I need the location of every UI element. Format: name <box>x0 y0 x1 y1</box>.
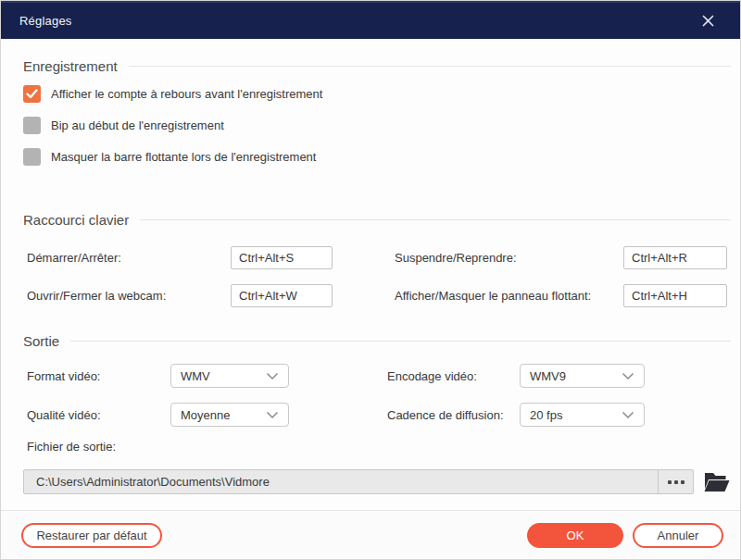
chevron-down-icon <box>622 372 634 380</box>
start-stop-label: Démarrer/Arrêter: <box>27 251 231 265</box>
video-encoder-dropdown[interactable]: WMV9 <box>520 364 645 388</box>
chevron-down-icon <box>266 411 279 419</box>
checkbox-hide-float-bar[interactable] <box>23 148 41 166</box>
checkbox-beep[interactable] <box>23 117 41 134</box>
video-quality-label: Qualité vidéo: <box>27 408 170 422</box>
section-shortcuts-header: Raccourci clavier <box>23 212 731 228</box>
checkbox-hide-float-bar-label: Masquer la barre flottante lors de l'enr… <box>51 150 316 164</box>
output-file-label: Fichier de sortie: <box>23 440 740 454</box>
start-stop-input[interactable] <box>231 246 333 269</box>
browse-button[interactable] <box>658 470 693 493</box>
section-output-header: Sortie <box>23 333 731 349</box>
section-divider <box>70 341 731 342</box>
settings-dialog: Réglages Enregistrement Afficher le comp… <box>0 0 741 560</box>
checkbox-countdown-label: Afficher le compte à rebours avant l'enr… <box>51 87 322 101</box>
checkbox-countdown[interactable] <box>23 85 41 103</box>
checkbox-row-hide-float-bar[interactable]: Masquer la barre flottante lors de l'enr… <box>23 148 740 166</box>
pause-resume-input[interactable] <box>623 246 727 269</box>
shortcut-row-1: Démarrer/Arrêter: Suspendre/Reprendre: <box>23 246 740 269</box>
dialog-footer: Restaurer par défaut OK Annuler <box>1 510 740 559</box>
video-format-dropdown[interactable]: WMV <box>170 364 289 388</box>
close-icon <box>701 14 715 28</box>
restore-defaults-button[interactable]: Restaurer par défaut <box>21 523 162 548</box>
checkbox-beep-label: Bip au début de l'enregistrement <box>51 118 224 132</box>
frame-rate-value: 20 fps <box>530 408 622 422</box>
ellipsis-icon <box>681 480 684 484</box>
chevron-down-icon <box>266 372 279 380</box>
frame-rate-label: Cadence de diffusion: <box>387 408 520 422</box>
output-path-row: C:\Users\Administrator\Documents\Vidmore <box>23 469 740 494</box>
output-row-1: Format vidéo: WMV Encodage vidéo: WMV9 <box>23 364 740 388</box>
checkbox-row-countdown[interactable]: Afficher le compte à rebours avant l'enr… <box>23 85 740 103</box>
output-row-2: Qualité vidéo: Moyenne Cadence de diffus… <box>23 403 740 427</box>
pause-resume-label: Suspendre/Reprendre: <box>395 251 623 265</box>
close-button[interactable] <box>694 7 722 35</box>
shortcut-row-2: Ouvrir/Fermer la webcam: Afficher/Masque… <box>23 284 740 307</box>
section-shortcuts-title: Raccourci clavier <box>23 212 129 228</box>
webcam-toggle-label: Ouvrir/Fermer la webcam: <box>27 289 231 303</box>
float-panel-toggle-input[interactable] <box>623 284 727 307</box>
ellipsis-icon <box>668 480 672 484</box>
open-folder-icon <box>703 470 731 494</box>
video-format-value: WMV <box>181 369 266 383</box>
section-recording-title: Enregistrement <box>23 58 118 74</box>
ok-button[interactable]: OK <box>527 523 623 548</box>
ellipsis-icon <box>674 480 678 484</box>
output-path-field[interactable]: C:\Users\Administrator\Documents\Vidmore <box>23 469 694 494</box>
checkmark-icon <box>26 89 38 99</box>
dialog-body: Enregistrement Afficher le compte à rebo… <box>1 39 740 510</box>
output-path-value: C:\Users\Administrator\Documents\Vidmore <box>24 475 658 489</box>
video-format-label: Format vidéo: <box>27 369 170 383</box>
dialog-title: Réglages <box>19 14 72 28</box>
checkbox-row-beep[interactable]: Bip au début de l'enregistrement <box>23 117 740 134</box>
section-divider <box>129 66 731 67</box>
section-divider <box>140 219 731 220</box>
title-bar: Réglages <box>1 1 740 39</box>
section-output-title: Sortie <box>23 333 59 349</box>
chevron-down-icon <box>622 411 634 419</box>
video-encoder-value: WMV9 <box>530 369 622 383</box>
video-encoder-label: Encodage vidéo: <box>387 369 520 383</box>
video-quality-value: Moyenne <box>181 408 266 422</box>
video-quality-dropdown[interactable]: Moyenne <box>170 403 289 427</box>
cancel-button[interactable]: Annuler <box>633 523 723 548</box>
section-recording-header: Enregistrement <box>23 58 731 74</box>
webcam-toggle-input[interactable] <box>231 284 333 307</box>
float-panel-toggle-label: Afficher/Masquer le panneau flottant: <box>395 289 623 303</box>
frame-rate-dropdown[interactable]: 20 fps <box>520 403 645 427</box>
open-folder-button[interactable] <box>703 470 731 494</box>
